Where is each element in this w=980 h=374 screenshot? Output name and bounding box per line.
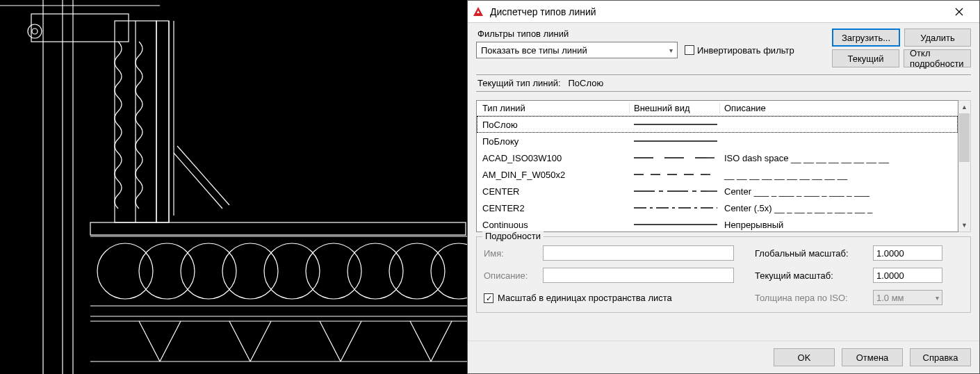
row-preview [630, 187, 720, 195]
svg-point-20 [222, 243, 278, 299]
paperspace-scale-checkbox[interactable]: Масштаб в единицах пространства листа [484, 293, 734, 303]
load-button[interactable]: Загрузить... [832, 29, 900, 47]
delete-button[interactable]: Удалить [904, 29, 971, 47]
ok-button[interactable]: OK [774, 348, 835, 366]
row-preview [630, 154, 720, 162]
chevron-down-icon: ▾ [669, 47, 673, 54]
cancel-button[interactable]: Отмена [842, 348, 903, 366]
row-description: Center (.5x) __ _ __ _ __ _ __ _ __ _ [720, 203, 958, 213]
column-header-preview[interactable]: Внешний вид [630, 103, 720, 113]
svg-line-27 [160, 321, 181, 361]
filter-group-label: Фильтры типов линий [476, 29, 825, 39]
global-scale-field[interactable]: 1.0000 [873, 245, 942, 261]
filter-dropdown-value: Показать все типы линий [481, 45, 587, 56]
svg-line-33 [431, 321, 452, 361]
column-header-description[interactable]: Описание [720, 103, 958, 113]
row-name: ПоБлоку [477, 136, 630, 147]
paperspace-scale-label: Масштаб в единицах пространства листа [498, 293, 672, 303]
scroll-up-icon[interactable]: ▲ [958, 101, 970, 113]
list-header: Тип линий Внешний вид Описание [477, 101, 958, 116]
svg-rect-7 [156, 21, 169, 222]
svg-line-30 [320, 321, 341, 361]
current-linetype-label: Текущий тип линий: ПоСлою [476, 74, 971, 92]
row-name: Continuous [477, 220, 630, 230]
row-preview [630, 220, 720, 229]
svg-point-23 [348, 243, 403, 299]
invert-filter-label: Инвертировать фильтр [697, 45, 794, 56]
current-button[interactable]: Текущий [832, 49, 899, 67]
titlebar: Диспетчер типов линий [468, 1, 979, 23]
row-name: CENTER2 [477, 203, 630, 213]
table-row[interactable]: CENTER2Center (.5x) __ _ __ _ __ _ __ _ … [477, 200, 958, 216]
svg-rect-1 [31, 14, 129, 42]
filter-group: Фильтры типов линий Показать все типы ли… [476, 29, 825, 67]
dialog-button-row: OK Отмена Справка [468, 341, 979, 373]
invert-filter-checkbox[interactable]: Инвертировать фильтр [685, 45, 794, 56]
current-scale-field[interactable]: 1.0000 [873, 268, 942, 283]
svg-point-22 [306, 243, 361, 299]
svg-line-31 [341, 321, 361, 361]
row-name: ACAD_ISO03W100 [477, 153, 630, 163]
row-name: CENTER [477, 186, 630, 197]
filter-dropdown[interactable]: Показать все типы линий ▾ [476, 42, 678, 58]
close-button[interactable] [943, 1, 975, 22]
row-preview [630, 204, 720, 212]
row-preview [630, 120, 720, 129]
checkbox-icon [685, 45, 694, 55]
column-header-name[interactable]: Тип линий [477, 103, 630, 113]
current-scale-label: Текущий масштаб: [755, 270, 866, 281]
svg-line-28 [229, 321, 250, 361]
description-field[interactable] [543, 268, 734, 283]
table-row[interactable]: ACAD_ISO03W100ISO dash space __ __ __ __… [477, 149, 958, 166]
list-scrollbar[interactable]: ▲ ▼ [958, 100, 971, 232]
table-row[interactable]: ПоБлоку [477, 133, 958, 149]
table-row[interactable]: ContinuousНепрерывный [477, 216, 958, 231]
svg-point-21 [264, 243, 320, 299]
help-button[interactable]: Справка [910, 348, 971, 366]
app-logo-icon [472, 6, 484, 18]
svg-line-10 [174, 153, 222, 209]
scroll-track[interactable] [958, 113, 970, 219]
svg-point-36 [32, 29, 38, 34]
svg-point-17 [97, 243, 153, 299]
svg-point-18 [139, 243, 195, 299]
global-scale-label: Глобальный масштаб: [755, 248, 866, 259]
chevron-down-icon: ▾ [936, 294, 939, 302]
row-preview [630, 137, 720, 145]
row-preview [630, 170, 720, 179]
svg-point-19 [181, 243, 236, 299]
row-name: AM_DIN_F_W050x2 [477, 170, 630, 180]
table-row[interactable]: ПоСлою [477, 116, 958, 133]
iso-pen-label: Толщина пера по ISO: [755, 293, 866, 303]
row-name: ПоСлою [477, 120, 630, 130]
description-field-label: Описание: [484, 270, 536, 281]
svg-point-35 [28, 24, 42, 38]
svg-line-32 [410, 321, 431, 361]
toggle-details-button[interactable]: Откл подробности [904, 49, 971, 67]
cad-drawing-area [0, 0, 467, 374]
scroll-thumb[interactable] [959, 113, 970, 162]
svg-line-11 [177, 146, 229, 205]
name-field-label: Имя: [484, 248, 536, 259]
svg-line-29 [250, 321, 271, 361]
dialog-title: Диспетчер типов линий [490, 6, 943, 17]
row-description: ISO dash space __ __ __ __ __ __ __ __ [720, 153, 958, 163]
row-description: Center ___ _ ___ _ ___ _ ___ _ ___ [720, 186, 958, 197]
checkbox-checked-icon [484, 293, 493, 303]
svg-line-26 [139, 321, 160, 361]
svg-point-24 [389, 243, 445, 299]
linetype-list[interactable]: Тип линий Внешний вид Описание ПоСлоюПоБ… [476, 100, 958, 232]
linetype-manager-dialog: Диспетчер типов линий Фильтры типов лини… [467, 0, 980, 374]
details-group-title: Подробности [482, 231, 544, 241]
scroll-down-icon[interactable]: ▼ [958, 219, 970, 231]
name-field[interactable] [543, 245, 734, 261]
iso-pen-combo: 1.0 мм ▾ [873, 290, 942, 305]
svg-rect-12 [90, 222, 466, 235]
details-group: Подробности Имя: Описание: Масштаб в еди… [476, 236, 971, 313]
row-description: __ __ __ __ __ __ __ __ __ __ [720, 170, 958, 180]
table-row[interactable]: AM_DIN_F_W050x2__ __ __ __ __ __ __ __ _… [477, 166, 958, 183]
row-description: Непрерывный [720, 220, 958, 230]
table-row[interactable]: CENTERCenter ___ _ ___ _ ___ _ ___ _ ___ [477, 183, 958, 200]
